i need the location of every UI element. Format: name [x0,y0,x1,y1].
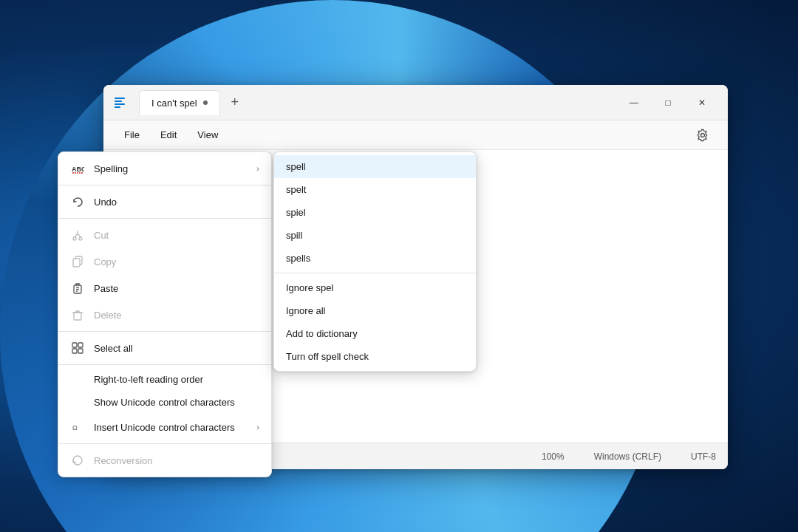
turn-off-spell-check[interactable]: Turn off spell check [274,345,476,368]
svg-line-3 [75,233,78,237]
svg-text:ABC: ABC [72,166,84,173]
paste-label: Paste [94,283,118,294]
suggestion-spell[interactable]: spell [274,155,476,178]
paste-icon [70,281,85,296]
zoom-level: 100% [542,451,565,462]
close-button[interactable]: ✕ [685,91,719,115]
separator-2 [58,218,271,219]
ctx-select-all[interactable]: Select all [58,335,271,361]
context-menu: ABC Spelling › Undo Cut [58,151,272,477]
delete-icon [70,307,85,322]
menu-edit[interactable]: Edit [151,126,185,143]
suggestion-spelt-text: spelt [286,184,306,195]
maximize-button[interactable]: □ [651,91,685,115]
svg-rect-12 [74,313,81,320]
separator-5 [58,443,271,444]
turn-off-spell-check-text: Turn off spell check [286,351,369,362]
separator-4 [58,364,271,365]
menu-bar: File Edit View [103,120,728,150]
cut-label: Cut [94,230,109,241]
svg-line-4 [78,233,81,237]
app-icon [112,95,127,110]
suggestion-spelt[interactable]: spelt [274,178,476,201]
ctx-undo[interactable]: Undo [58,188,271,215]
ctx-copy[interactable]: Copy [58,248,271,275]
ctx-reconversion[interactable]: Reconversion [58,447,271,474]
suggestion-spells[interactable]: spells [274,247,476,270]
svg-point-2 [79,237,82,240]
add-to-dictionary[interactable]: Add to dictionary [274,322,476,345]
cut-icon [70,228,85,242]
title-bar-left: I can't spel + [112,90,247,115]
undo-icon [70,194,85,209]
spelling-submenu: spell spelt spiel spill spells Ignore sp… [273,151,477,372]
svg-rect-14 [72,343,77,347]
tab-title: I can't spel [151,98,197,109]
ctx-paste[interactable]: Paste [58,275,271,301]
ignore-all[interactable]: Ignore all [274,299,476,322]
ctx-cut[interactable]: Cut [58,222,271,248]
sub-separator [274,273,476,273]
insert-unicode-label: Insert Unicode control characters [94,422,235,433]
ctx-rtl[interactable]: Right-to-left reading order [58,368,271,391]
separator-3 [58,331,271,332]
svg-rect-16 [72,349,77,353]
gear-icon [696,129,709,142]
unicode-chevron: › [256,423,259,432]
undo-label: Undo [94,197,117,208]
encoding: UTF-8 [691,451,716,462]
ignore-spel[interactable]: Ignore spel [274,276,476,299]
status-bar-right: 100% Windows (CRLF) UTF-8 [542,451,716,462]
unicode-icon: Ω [70,420,85,434]
spelling-chevron: › [256,164,259,173]
svg-rect-17 [78,349,83,353]
spelling-label: Spelling [94,163,128,174]
ctx-insert-unicode[interactable]: Ω Insert Unicode control characters › [58,414,271,440]
menu-view[interactable]: View [188,126,227,143]
unsaved-indicator [203,100,208,105]
ignore-all-text: Ignore all [286,305,325,316]
ctx-spelling[interactable]: ABC Spelling › [58,155,271,182]
ctx-delete[interactable]: Delete [58,301,271,328]
reconversion-label: Reconversion [94,455,153,466]
tab-area: I can't spel + [139,90,247,115]
svg-rect-15 [78,343,83,347]
spelling-icon: ABC [70,161,85,176]
svg-point-1 [73,237,76,240]
reconversion-icon [70,453,85,468]
copy-label: Copy [94,256,116,267]
minimize-button[interactable]: — [617,91,651,115]
suggestion-spell-text: spell [286,161,306,172]
suggestion-spiel-text: spiel [286,207,306,218]
settings-button[interactable] [689,122,716,149]
window-controls: — □ ✕ [617,91,719,115]
line-ending: Windows (CRLF) [594,451,661,462]
show-unicode-label: Show Unicode control characters [94,397,235,408]
svg-rect-7 [73,259,80,267]
copy-icon [70,254,85,269]
suggestion-spiel[interactable]: spiel [274,201,476,224]
menu-file[interactable]: File [115,126,149,143]
svg-text:Ω: Ω [72,424,78,432]
new-tab-button[interactable]: + [223,91,247,115]
ctx-show-unicode[interactable]: Show Unicode control characters [58,391,271,414]
notepad-icon [115,98,125,108]
active-tab[interactable]: I can't spel [139,90,220,115]
rtl-label: Right-to-left reading order [94,374,203,385]
select-all-icon [70,341,85,355]
suggestion-spells-text: spells [286,253,310,264]
select-all-label: Select all [94,343,133,354]
suggestion-spill[interactable]: spill [274,224,476,247]
separator-1 [58,185,271,185]
add-to-dictionary-text: Add to dictionary [286,328,358,339]
delete-label: Delete [94,310,122,321]
suggestion-spill-text: spill [286,230,302,241]
title-bar: I can't spel + — □ ✕ [103,85,728,120]
ignore-spel-text: Ignore spel [286,282,333,293]
